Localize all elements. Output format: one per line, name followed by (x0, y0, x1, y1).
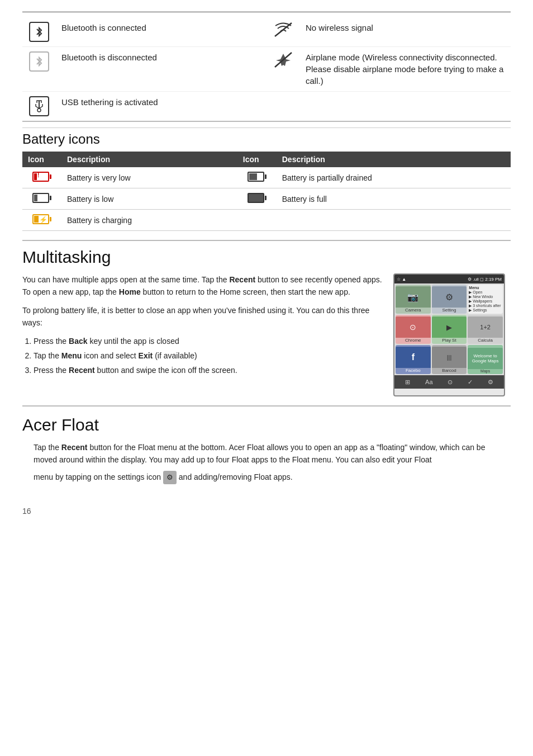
usb-tethering-icon (22, 96, 56, 116)
battery-empty-cell (237, 210, 277, 231)
list-item-2: Tap the Menu icon and select Exit (if av… (34, 349, 382, 362)
battery-row-3: ⚡ Battery is charging (22, 210, 511, 231)
phone-screenshot: ☆ ▲ ⚙ .ull ◻ 2:19 PM 📷 Camera ⚙ Setting (393, 273, 505, 396)
phone-nav-check: ✓ (468, 379, 473, 386)
usb-tethering-desc: USB tethering is activated (56, 96, 266, 108)
section-divider-acer-float (22, 405, 511, 407)
airplane-mode-desc: Airplane mode (Wireless connectivity dis… (300, 51, 511, 87)
acer-float-para: Tap the Recent button for the Float menu… (22, 441, 511, 466)
multitasking-screenshot: ☆ ▲ ⚙ .ull ◻ 2:19 PM 📷 Camera ⚙ Setting (393, 273, 511, 396)
multitasking-para2: To prolong battery life, it is better to… (22, 304, 382, 329)
icon-row-bt-connected: Bluetooth is connected (22, 17, 511, 47)
section-divider-multitasking (22, 240, 511, 241)
list-item-1: Press the Back key until the app is clos… (34, 335, 382, 347)
airplane-mode-icon (266, 51, 300, 68)
multitasking-section: Multitasking You can have multiple apps … (22, 248, 511, 396)
phone-nav-camera: ⊙ (448, 379, 453, 386)
acer-float-para2: menu by tapping on the settings icon ⚙ a… (22, 471, 511, 484)
battery-low-icon (22, 188, 61, 210)
battery-very-low-desc: Battery is very low (61, 167, 237, 188)
svg-point-2 (37, 108, 41, 112)
multitasking-title: Multitasking (22, 248, 511, 267)
col2-desc-header: Description (277, 152, 511, 167)
battery-partially-drained-icon (237, 167, 277, 188)
col1-icon-header: Icon (22, 152, 61, 167)
no-wireless-icon (266, 22, 300, 41)
multitasking-list: Press the Back key until the app is clos… (34, 335, 382, 377)
bluetooth-disconnected-desc: Bluetooth is disconnected (56, 51, 266, 63)
battery-charging-desc: Battery is charging (61, 210, 237, 231)
battery-charging-icon: ⚡ (22, 210, 61, 231)
bluetooth-section: Bluetooth is connected (22, 12, 511, 122)
battery-section: Battery icons Icon Description Icon Desc… (22, 127, 511, 231)
battery-full-icon (237, 188, 277, 210)
battery-full-desc: Battery is full (277, 188, 511, 210)
phone-nav-settings: ⚙ (488, 379, 493, 386)
icon-row-usb: USB tethering is activated (22, 92, 511, 122)
battery-row-2: Battery is low Battery is full (22, 188, 511, 210)
page-number: 16 (22, 507, 511, 516)
battery-table: Icon Description Icon Description ! (22, 152, 511, 231)
battery-row-1: ! Battery is very low Battery is partial… (22, 167, 511, 188)
list-item-3: Press the Recent button and swipe the ic… (34, 364, 382, 376)
phone-status-bar: ☆ ▲ ⚙ .ull ◻ 2:19 PM (394, 275, 504, 284)
acer-float-title: Acer Float (22, 415, 511, 434)
battery-low-desc: Battery is low (61, 188, 237, 210)
col2-icon-header: Icon (237, 152, 277, 167)
multitasking-para1: You can have multiple apps open at the s… (22, 273, 382, 299)
no-wireless-desc: No wireless signal (300, 22, 511, 34)
phone-nav-grid: ⊞ (405, 379, 410, 386)
battery-partially-drained-desc: Battery is partially drained (277, 167, 511, 188)
icon-row-bt-disconnected: Bluetooth is disconnected Airplane mode … (22, 47, 511, 92)
battery-empty-desc (277, 210, 511, 231)
acer-float-section: Acer Float Tap the Recent button for the… (22, 415, 511, 484)
phone-nav-text: Aa (425, 379, 432, 385)
settings-icon-inline: ⚙ (163, 471, 177, 484)
battery-very-low-icon: ! (22, 167, 61, 188)
col1-desc-header: Description (61, 152, 237, 167)
multitasking-text: You can have multiple apps open at the s… (22, 273, 382, 396)
bluetooth-connected-desc: Bluetooth is connected (56, 22, 266, 34)
battery-section-title: Battery icons (22, 131, 511, 147)
phone-bottom-bar: ⊞ Aa ⊙ ✓ ⚙ (394, 375, 504, 389)
bluetooth-disconnected-icon (22, 51, 56, 72)
bluetooth-connected-icon (22, 22, 56, 42)
